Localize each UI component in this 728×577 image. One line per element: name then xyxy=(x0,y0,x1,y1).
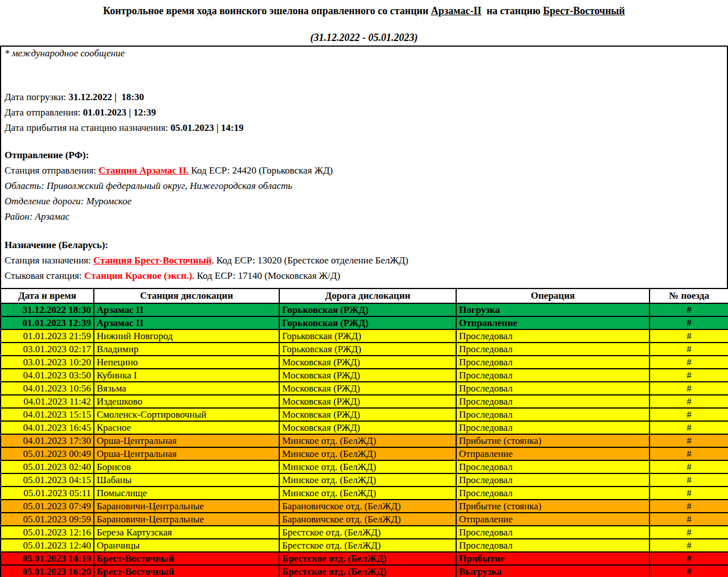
cell-road: Московская (РЖД) xyxy=(279,395,456,408)
cell-road: Барановичское отд. (БелЖД) xyxy=(279,513,456,526)
table-row: 01.01.2023 12:39 Арзамас II Горьковская … xyxy=(1,316,728,329)
cell-datetime: 03.01.2023 02:17 xyxy=(1,343,94,356)
junction-station-label: Стыковая станция: xyxy=(5,270,84,281)
cell-train-number: # xyxy=(650,421,728,434)
cell-datetime: 05.01.2023 02:40 xyxy=(1,460,94,473)
header-train-number: № поезда xyxy=(650,288,728,303)
cell-train-number: # xyxy=(650,487,728,500)
cell-station: Помыслище xyxy=(94,487,279,500)
header-station: Станция дислокации xyxy=(94,288,279,303)
title-text: Контрольное время хода воинского эшелона… xyxy=(103,5,431,17)
cell-road: Брестское отд. (БелЖД) xyxy=(279,552,456,565)
cell-station: Непецино xyxy=(94,356,279,369)
destination-station-line: Станция назначения: Станция Брест-Восточ… xyxy=(5,255,727,270)
cell-operation: Отправление xyxy=(456,513,650,526)
cell-road: Минское отд. (БелЖД) xyxy=(279,473,456,487)
cell-station: Нижний Новгород xyxy=(94,329,279,343)
cell-station: Барановичи-Центральные xyxy=(94,500,279,513)
cell-station: Барановичи-Центральные xyxy=(94,513,279,526)
cell-operation: Проследовал xyxy=(456,487,650,500)
cell-datetime: 04.01.2023 10:56 xyxy=(1,382,94,395)
cell-road: Барановичское отд. (БелЖД) xyxy=(279,500,456,513)
table-row: 04.01.2023 11:42 Издешково Московская (Р… xyxy=(1,395,728,408)
departure-date-label: Дата отправления: xyxy=(5,107,83,118)
cell-station: Смоленск-Сортировочный xyxy=(94,408,279,421)
cell-station: Арзамас II xyxy=(94,303,279,316)
station-table-header: Дата и время Станция дислокации Дорога д… xyxy=(1,288,728,303)
cell-road: Горьковская (РЖД) xyxy=(279,329,456,343)
cell-datetime: 05.01.2023 14:19 xyxy=(1,552,94,565)
cell-operation: Отправление xyxy=(456,447,650,460)
departure-station-link[interactable]: Станция Арзамас II. xyxy=(98,165,188,176)
title-station-to: Брест-Восточный xyxy=(543,5,625,17)
cell-datetime: 05.01.2023 12:40 xyxy=(1,539,94,552)
cell-operation: Прибытие xyxy=(456,552,650,565)
table-row: 05.01.2023 04:15 Шабаны Минское отд. (Бе… xyxy=(1,473,728,487)
table-row: 04.01.2023 03:50 Кубинка I Московская (Р… xyxy=(1,369,728,382)
cell-operation: Проследовал xyxy=(456,473,650,487)
cell-operation: Проследовал xyxy=(456,526,650,539)
destination-station-link[interactable]: Станция Брест-Восточный xyxy=(93,255,212,266)
table-header-row: Дата и время Станция дислокации Дорога д… xyxy=(1,288,728,303)
cell-road: Горьковская (РЖД) xyxy=(279,343,456,356)
departure-section: Отправление (РФ): Станция отправления: С… xyxy=(5,150,727,226)
loading-date-line: Дата погрузки: 31.12.2022 | 18:30 xyxy=(5,92,727,107)
cell-datetime: 05.01.2023 04:15 xyxy=(1,473,94,487)
cell-datetime: 04.01.2023 03:50 xyxy=(1,369,94,382)
cell-operation: Проследовал xyxy=(456,395,650,408)
title-middle-text: на станцию xyxy=(481,5,543,17)
cell-station: Орша-Центральная xyxy=(94,434,279,447)
station-table-body: 31.12.2022 18:30 Арзамас II Горьковская … xyxy=(1,303,728,577)
cell-operation: Прибытие (стоянка) xyxy=(456,500,650,513)
departure-station-rest: Код ЕСР: 24420 (Горьковская ЖД) xyxy=(189,165,333,176)
cell-datetime: 03.01.2023 10:20 xyxy=(1,356,94,369)
header-operation: Операция xyxy=(456,288,650,303)
destination-section: Назначение (Беларусь): Станция назначени… xyxy=(5,240,727,286)
cell-road: Горьковская (РЖД) xyxy=(279,316,456,329)
cell-operation: Проследовал xyxy=(456,356,650,369)
junction-station-link[interactable]: Станция Красное (эксп.). xyxy=(84,270,195,281)
cell-road: Минское отд. (БелЖД) xyxy=(279,487,456,500)
cell-datetime: 05.01.2023 00:49 xyxy=(1,447,94,460)
cell-train-number: # xyxy=(650,329,728,343)
cell-datetime: 04.01.2023 15:15 xyxy=(1,408,94,421)
header-datetime: Дата и время xyxy=(1,288,94,303)
cell-datetime: 04.01.2023 16:45 xyxy=(1,421,94,434)
cell-operation: Проследовал xyxy=(456,329,650,343)
cell-train-number: # xyxy=(650,447,728,460)
cell-operation: Проследовал xyxy=(456,369,650,382)
cell-operation: Проследовал xyxy=(456,460,650,473)
cell-station: Издешково xyxy=(94,395,279,408)
cell-road: Брестское отд. (БелЖД) xyxy=(279,539,456,552)
arrival-date-label: Дата прибытия на станцию назначения: xyxy=(5,122,171,133)
page-title: Контрольное время хода воинского эшелона… xyxy=(0,0,728,15)
cell-datetime: 05.01.2023 09:59 xyxy=(1,513,94,526)
cell-train-number: # xyxy=(650,356,728,369)
cell-train-number: # xyxy=(650,434,728,447)
cell-road: Минское отд. (БелЖД) xyxy=(279,460,456,473)
cell-train-number: # xyxy=(650,382,728,395)
table-row: 05.01.2023 16:20 Брест-Восточный Брестск… xyxy=(1,565,728,577)
table-row: 05.01.2023 05:11 Помыслище Минское отд. … xyxy=(1,487,728,500)
table-row: 04.01.2023 16:45 Красное Московская (РЖД… xyxy=(1,421,728,434)
cell-datetime: 05.01.2023 07:49 xyxy=(1,500,94,513)
table-row: 04.01.2023 10:56 Вязьма Московская (РЖД)… xyxy=(1,382,728,395)
cell-road: Московская (РЖД) xyxy=(279,369,456,382)
cell-operation: Проследовал xyxy=(456,421,650,434)
table-row: 05.01.2023 00:49 Орша-Центральная Минско… xyxy=(1,447,728,460)
table-row: 31.12.2022 18:30 Арзамас II Горьковская … xyxy=(1,303,728,316)
table-row: 05.01.2023 12:40 Оранчицы Брестское отд.… xyxy=(1,539,728,552)
table-row: 05.01.2023 12:16 Береза Картузская Брест… xyxy=(1,526,728,539)
cell-train-number: # xyxy=(650,473,728,487)
cell-train-number: # xyxy=(650,303,728,316)
cell-operation: Проследовал xyxy=(456,408,650,421)
table-row: 05.01.2023 14:19 Брест-Восточный Брестск… xyxy=(1,552,728,565)
cell-station: Кубинка I xyxy=(94,369,279,382)
district-line: Район: Арзамас xyxy=(5,211,727,226)
cell-train-number: # xyxy=(650,408,728,421)
cell-station: Шабаны xyxy=(94,473,279,487)
table-row: 03.01.2023 10:20 Непецино Московская (РЖ… xyxy=(1,356,728,369)
content-box: * международное сообщение Дата погрузки:… xyxy=(0,46,728,577)
cell-datetime: 05.01.2023 12:16 xyxy=(1,526,94,539)
loading-date-label: Дата погрузки: xyxy=(5,92,69,102)
